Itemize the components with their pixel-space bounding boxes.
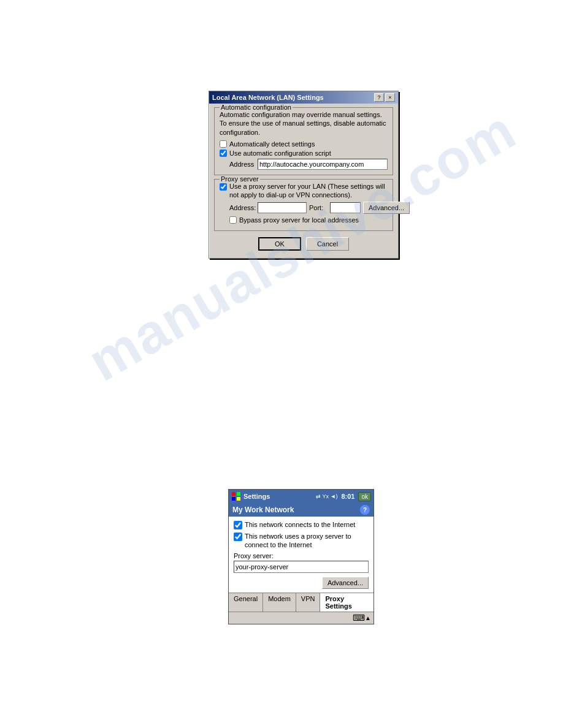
- mobile-settings-dialog: Settings ⇄ Yx ◄) 8:01 ok My Work Network…: [228, 489, 374, 624]
- mobile-body: This network connects to the Internet Th…: [229, 517, 373, 593]
- proxy-section-label: Proxy server: [220, 175, 260, 183]
- windows-logo-icon: [231, 491, 241, 501]
- mobile-title-right: ⇄ Yx ◄) 8:01 ok: [316, 492, 371, 501]
- use-proxy-label: Use a proxy server for your LAN (These s…: [229, 182, 388, 200]
- tab-modem[interactable]: Modem: [263, 593, 296, 612]
- lan-titlebar: Local Area Network (LAN) Settings ? ×: [209, 91, 398, 104]
- tab-proxy-settings[interactable]: Proxy Settings: [320, 593, 373, 612]
- mobile-titlebar: Settings ⇄ Yx ◄) 8:01 ok: [229, 490, 373, 503]
- auto-detect-checkbox[interactable]: [220, 140, 227, 148]
- lan-body: Automatic configuration Automatic config…: [209, 104, 398, 258]
- ok-button[interactable]: OK: [258, 237, 301, 251]
- auto-config-section-label: Automatic configuration: [220, 104, 293, 111]
- svg-rect-1: [237, 492, 240, 496]
- mobile-time: 8:01: [341, 493, 354, 500]
- bypass-proxy-checkbox[interactable]: [229, 216, 237, 224]
- dialog-buttons: OK Cancel: [214, 235, 393, 254]
- svg-rect-2: [232, 497, 236, 501]
- use-proxy-checkbox[interactable]: [220, 183, 227, 191]
- proxy-address-label: Address:: [229, 204, 255, 211]
- proxy-advanced-button[interactable]: Advanced...: [363, 202, 410, 214]
- port-label: Port:: [309, 204, 327, 211]
- tab-vpn[interactable]: VPN: [296, 593, 321, 612]
- auto-detect-label: Automatically detect settings: [229, 140, 315, 148]
- lan-settings-dialog: Local Area Network (LAN) Settings ? × Au…: [209, 91, 399, 259]
- mobile-checkbox2-row: This network uses a proxy server to conn…: [234, 532, 369, 550]
- close-button[interactable]: ×: [385, 93, 395, 102]
- keyboard-arrow: ▲: [365, 615, 371, 621]
- bypass-proxy-label: Bypass proxy server for local addresses: [239, 216, 359, 224]
- svg-rect-0: [232, 492, 236, 496]
- script-address-row: Address: [229, 159, 388, 170]
- mobile-title-left: Settings: [231, 491, 270, 501]
- tab-general[interactable]: General: [229, 593, 263, 612]
- mobile-section-header: My Work Network ?: [229, 503, 373, 517]
- mobile-advanced-button[interactable]: Advanced...: [322, 577, 369, 589]
- script-address-label: Address: [229, 161, 255, 168]
- svg-rect-3: [237, 497, 240, 501]
- mobile-proxy-server-label: Proxy server:: [234, 552, 369, 559]
- mobile-tabs: General Modem VPN Proxy Settings: [229, 593, 373, 612]
- use-script-row: Use automatic configuration script: [220, 150, 388, 157]
- bypass-proxy-row: Bypass proxy server for local addresses: [229, 216, 388, 224]
- automatic-config-section: Automatic configuration Automatic config…: [214, 107, 393, 175]
- cancel-button[interactable]: Cancel: [306, 237, 349, 251]
- mobile-status-icons: ⇄ Yx ◄): [316, 493, 337, 499]
- mobile-ok-button[interactable]: ok: [358, 492, 371, 501]
- script-address-input[interactable]: [258, 159, 388, 170]
- mobile-help-button[interactable]: ?: [360, 505, 370, 515]
- mobile-proxy-server-input[interactable]: [234, 561, 369, 573]
- port-input[interactable]: [330, 202, 361, 213]
- use-script-checkbox[interactable]: [220, 150, 227, 157]
- mobile-checkbox1-row: This network connects to the Internet: [234, 520, 369, 529]
- proxy-address-input[interactable]: [258, 202, 307, 213]
- auto-config-description: Automatic configuration may override man…: [220, 110, 388, 137]
- mobile-bottom-bar: ⌨ ▲: [229, 612, 373, 624]
- keyboard-icon[interactable]: ⌨: [353, 613, 365, 623]
- mobile-uses-proxy-label: This network uses a proxy server to conn…: [245, 532, 369, 550]
- use-script-label: Use automatic configuration script: [229, 150, 331, 157]
- mobile-connects-internet-label: This network connects to the Internet: [245, 520, 355, 529]
- mobile-section-title: My Work Network: [232, 506, 294, 514]
- help-button[interactable]: ?: [374, 93, 384, 102]
- proxy-server-section: Proxy server Use a proxy server for your…: [214, 179, 393, 232]
- titlebar-buttons: ? ×: [374, 93, 395, 102]
- use-proxy-row: Use a proxy server for your LAN (These s…: [220, 182, 388, 200]
- lan-dialog-title: Local Area Network (LAN) Settings: [212, 94, 324, 101]
- mobile-connects-internet-checkbox[interactable]: [234, 521, 242, 529]
- proxy-address-port-row: Address: Port: Advanced...: [229, 202, 388, 214]
- mobile-title-text: Settings: [243, 493, 270, 500]
- mobile-uses-proxy-checkbox[interactable]: [234, 533, 242, 541]
- auto-detect-row: Automatically detect settings: [220, 140, 388, 148]
